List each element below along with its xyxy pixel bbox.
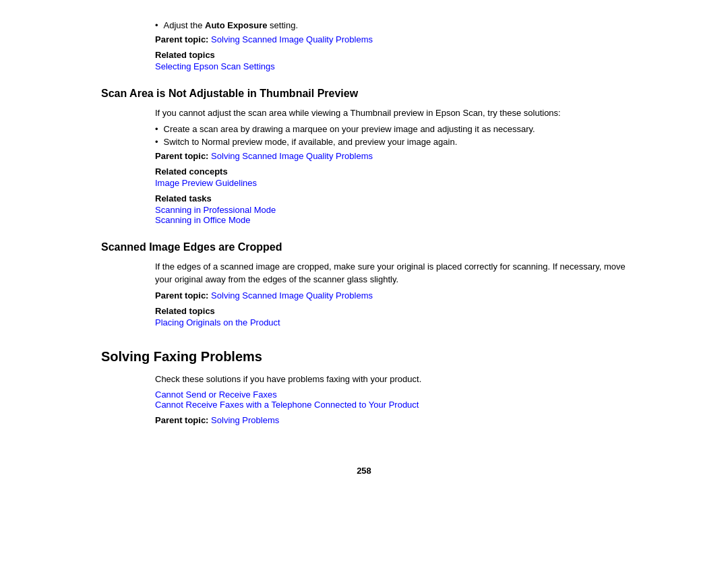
section1-parent-topic-block: Parent topic: Solving Scanned Image Qual…: [155, 151, 627, 161]
section1-related-tasks-label: Related tasks: [155, 193, 627, 204]
section3-title: Solving Faxing Problems: [101, 349, 627, 365]
related-topics-block-1: Related topics Selecting Epson Scan Sett…: [155, 50, 627, 71]
related-topics-link-1[interactable]: Selecting Epson Scan Settings: [155, 61, 275, 71]
section2-related-topics-label: Related topics: [155, 306, 627, 316]
section2-parent-topic-block: Parent topic: Solving Scanned Image Qual…: [155, 290, 627, 301]
section1-related-concepts-block: Related concepts Image Preview Guideline…: [155, 166, 627, 188]
section2-title: Scanned Image Edges are Cropped: [101, 241, 627, 253]
section1-related-tasks-link1[interactable]: Scanning in Professional Mode: [155, 205, 276, 215]
section1-bullet1-text: Create a scan area by drawing a marquee …: [164, 124, 535, 134]
section3-links-block: Cannot Send or Receive Faxes Cannot Rece…: [155, 389, 627, 410]
section1-body: If you cannot adjust the scan area while…: [155, 106, 627, 120]
section1-parent-topic-label: Parent topic:: [155, 151, 208, 161]
parent-topic-label-1: Parent topic:: [155, 34, 208, 44]
related-topics-label-1: Related topics: [155, 50, 627, 60]
section2-related-topics-link[interactable]: Placing Originals on the Product: [155, 317, 280, 327]
top-bullet-adjust: Adjust the Auto Exposure setting.: [155, 20, 627, 30]
section1-title: Scan Area is Not Adjustable in Thumbnail…: [101, 88, 627, 100]
section2-body: If the edges of a scanned image are crop…: [155, 260, 627, 286]
section1-related-tasks-block: Related tasks Scanning in Professional M…: [155, 193, 627, 225]
parent-topic-block-1: Parent topic: Solving Scanned Image Qual…: [155, 34, 627, 44]
section3-parent-topic-block: Parent topic: Solving Problems: [155, 415, 627, 425]
section2-parent-topic-label: Parent topic:: [155, 290, 208, 301]
page-number: 258: [101, 466, 627, 476]
section2-parent-topic-link[interactable]: Solving Scanned Image Quality Problems: [211, 290, 373, 301]
section1-related-concepts-label: Related concepts: [155, 166, 627, 177]
section1-parent-topic-link[interactable]: Solving Scanned Image Quality Problems: [211, 151, 373, 161]
auto-exposure-bold: Auto Exposure: [205, 20, 267, 30]
parent-topic-link-1[interactable]: Solving Scanned Image Quality Problems: [211, 34, 373, 44]
section3-parent-topic-label: Parent topic:: [155, 415, 208, 425]
section2-related-topics-block: Related topics Placing Originals on the …: [155, 306, 627, 327]
section1-bullet2: Switch to Normal preview mode, if availa…: [155, 137, 627, 147]
section3-link2[interactable]: Cannot Receive Faxes with a Telephone Co…: [155, 400, 419, 410]
section1-related-tasks-link2[interactable]: Scanning in Office Mode: [155, 215, 250, 225]
top-bullet-text: Adjust the Auto Exposure setting.: [164, 20, 298, 30]
section3-parent-topic-link[interactable]: Solving Problems: [211, 415, 279, 425]
page-container: Adjust the Auto Exposure setting. Parent…: [61, 0, 667, 516]
section1-bullet1: Create a scan area by drawing a marquee …: [155, 124, 627, 134]
section1-bullet2-text: Switch to Normal preview mode, if availa…: [164, 137, 458, 147]
section1-related-concepts-link[interactable]: Image Preview Guidelines: [155, 178, 257, 188]
section3-link1[interactable]: Cannot Send or Receive Faxes: [155, 389, 277, 400]
section3-body: Check these solutions if you have proble…: [155, 373, 627, 386]
